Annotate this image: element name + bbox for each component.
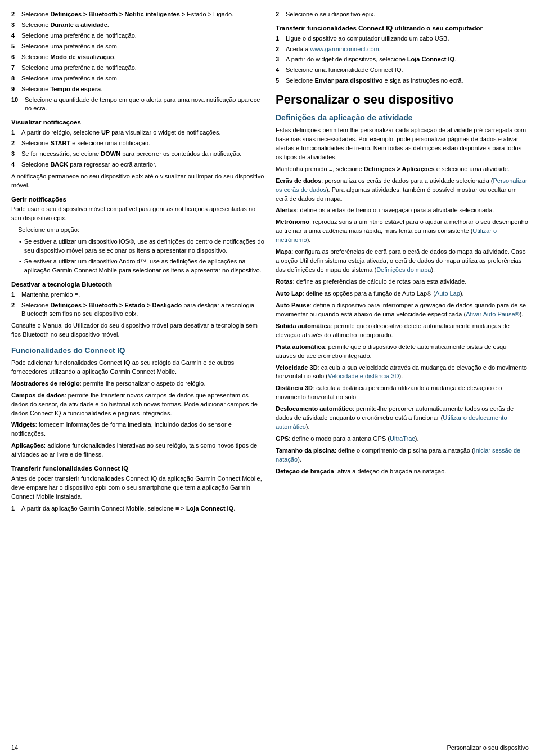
tc-item-5: 5 Selecione Enviar para dispositivo e si… xyxy=(276,77,529,86)
item-num: 3 xyxy=(11,21,20,30)
def-alertas: Alertas: define os alertas de treino ou … xyxy=(276,206,529,215)
gerir-para1: Pode usar o seu dispositivo móvel compat… xyxy=(11,205,264,223)
vis-item-1: 1 A partir do relógio, selecione UP para… xyxy=(11,128,264,137)
item-text: Selecione uma funcionalidade Connect IQ. xyxy=(286,66,403,75)
blue-heading: Definições da aplicação de atividade xyxy=(276,112,529,123)
item-text: Se for necessário, selecione DOWN para p… xyxy=(21,150,241,159)
item-text: Selecione Definições > Bluetooth > Notif… xyxy=(21,10,233,19)
item-num: 9 xyxy=(11,85,20,94)
item-num: 2 xyxy=(276,10,285,19)
def-piscina: Tamanho da piscina: define o comprimento… xyxy=(276,446,529,464)
desativar-list: 1 Mantenha premido ≡. 2 Selecione Defini… xyxy=(11,290,264,319)
item-num: 3 xyxy=(11,150,20,159)
desativar-heading: Desativar a tecnologia Bluetooth xyxy=(11,280,264,289)
vis-item-3: 3 Se for necessário, selecione DOWN para… xyxy=(11,150,264,159)
def-bracada: Deteção de braçada: ativa a deteção de b… xyxy=(276,467,529,476)
def-mostradores: Mostradores de relógio: permite-lhe pers… xyxy=(11,379,264,388)
def-ecras: Ecrãs de dados: personaliza os ecrãs de … xyxy=(276,177,529,204)
list-item-4: 4 Selecione uma preferência de notificaç… xyxy=(11,32,264,41)
item-num: 2 xyxy=(11,139,20,148)
transf-computer-heading: Transferir funcionalidades Connect IQ ut… xyxy=(276,24,529,33)
item-text: Selecione BACK para regressar ao ecrã an… xyxy=(21,160,156,169)
tc-item-4: 4 Selecione uma funcionalidade Connect I… xyxy=(276,66,529,75)
item-text: Selecione uma preferência de som. xyxy=(21,74,119,83)
item-num: 5 xyxy=(11,42,20,51)
def-gps: GPS: define o modo para a antena GPS (Ul… xyxy=(276,435,529,444)
list-item-8: 8 Selecione uma preferência de som. xyxy=(11,74,264,83)
transferir-list: 1 A partir da aplicação Garmin Connect M… xyxy=(11,504,264,513)
list-item-6: 6 Selecione Modo de visualização. xyxy=(11,53,264,62)
def-mapa: Mapa: configura as preferências de ecrã … xyxy=(276,248,529,275)
bullet-ios: Se estiver a utilizar um dispositivo iOS… xyxy=(19,238,264,256)
mantenha-para: Mantenha premido ≡, selecione Definições… xyxy=(276,165,529,174)
item-text: A partir da aplicação Garmin Connect Mob… xyxy=(21,504,235,513)
item-num: 5 xyxy=(276,77,285,86)
page-number-left: 14 xyxy=(11,744,18,753)
def-metronomo: Metrónomo: reproduz sons a um ritmo está… xyxy=(276,218,529,245)
item-num: 1 xyxy=(11,128,20,137)
item-num: 2 xyxy=(11,10,20,19)
vis-item-4: 4 Selecione BACK para regressar ao ecrã … xyxy=(11,160,264,169)
item-num: 2 xyxy=(11,301,20,319)
footer: 14 Personalizar o seu dispositivo xyxy=(0,740,540,756)
tc-item-2: 2 Aceda a www.garminconnect.com. xyxy=(276,45,529,54)
def-distancia3d: Distância 3D: calcula a distância percor… xyxy=(276,384,529,402)
transf-item-1: 1 A partir da aplicação Garmin Connect M… xyxy=(11,504,264,513)
bullet-android: Se estiver a utilizar um dispositivo And… xyxy=(19,257,264,275)
gerir-selecione: Selecione uma opção: xyxy=(11,226,264,235)
transf-computer-list: 1 Ligue o dispositivo ao computador util… xyxy=(276,34,529,86)
transferir-para1: Antes de poder transferir funcionalidade… xyxy=(11,475,264,502)
page: 2 Selecione Definições > Bluetooth > Not… xyxy=(0,0,540,756)
big-title: Personalizar o seu dispositivo xyxy=(276,92,529,107)
item-text: Selecione o seu dispositivo epix. xyxy=(286,10,375,19)
item-text: Mantenha premido ≡. xyxy=(21,290,80,299)
main-numbered-list: 2 Selecione Definições > Bluetooth > Not… xyxy=(11,10,264,113)
transferir-heading: Transferir funcionalidades Connect IQ xyxy=(11,464,264,473)
right-numbered-list-top: 2 Selecione o seu dispositivo epix. xyxy=(276,10,529,19)
def-autolap: Auto Lap: define as opções para a função… xyxy=(276,289,529,298)
item-num: 2 xyxy=(276,45,285,54)
list-item-10: 10 Selecione a quantidade de tempo em qu… xyxy=(11,96,264,114)
intro-para: Estas definições permitem-lhe personaliz… xyxy=(276,126,529,162)
item-num: 4 xyxy=(276,66,285,75)
vis-item-2: 2 Selecione START e selecione uma notifi… xyxy=(11,139,264,148)
visualizar-note: A notificação permanece no seu dispositi… xyxy=(11,172,264,190)
item-text: Selecione Modo de visualização. xyxy=(21,53,116,62)
item-num: 8 xyxy=(11,74,20,83)
item-num: 1 xyxy=(276,34,285,43)
item-text: Selecione a quantidade de tempo em que o… xyxy=(25,96,264,114)
def-autopause: Auto Pause: define o dispositivo para in… xyxy=(276,301,529,319)
item-num: 4 xyxy=(11,32,20,41)
item-num: 1 xyxy=(11,290,20,299)
desativar-note: Consulte o Manual do Utilizador do seu d… xyxy=(11,321,264,339)
item-num: 3 xyxy=(276,55,285,64)
content-area: 2 Selecione Definições > Bluetooth > Not… xyxy=(0,0,540,740)
item-text: Aceda a www.garminconnect.com. xyxy=(286,45,381,54)
connect-iq-para1: Pode adicionar funcionalidades Connect I… xyxy=(11,359,264,377)
item-text: Selecione uma preferência de som. xyxy=(21,42,119,51)
item-text: Selecione uma preferência de notificação… xyxy=(21,64,137,73)
desat-item-1: 1 Mantenha premido ≡. xyxy=(11,290,264,299)
gerir-heading: Gerir notificações xyxy=(11,195,264,204)
right-item-2-start: 2 Selecione o seu dispositivo epix. xyxy=(276,10,529,19)
def-aplicacoes: Aplicações: adicione funcionalidades int… xyxy=(11,441,264,459)
list-item-2: 2 Selecione Definições > Bluetooth > Not… xyxy=(11,10,264,19)
gerir-bullet-list: Se estiver a utilizar um dispositivo iOS… xyxy=(11,238,264,275)
item-text: Selecione Durante a atividade. xyxy=(21,21,109,30)
list-item-7: 7 Selecione uma preferência de notificaç… xyxy=(11,64,264,73)
def-pista: Pista automática: permite que o disposit… xyxy=(276,343,529,361)
list-item-3: 3 Selecione Durante a atividade. xyxy=(11,21,264,30)
connect-iq-heading: Funcionalidades do Connect IQ xyxy=(11,345,264,356)
def-deslocamento: Deslocamento automático: permite-lhe per… xyxy=(276,405,529,432)
item-num: 6 xyxy=(11,53,20,62)
item-num: 4 xyxy=(11,160,20,169)
page-footer-text: Personalizar o seu dispositivo xyxy=(447,744,529,753)
item-text: Selecione Tempo de espera. xyxy=(21,85,102,94)
item-num: 10 xyxy=(11,96,24,114)
item-text: Selecione Enviar para dispositivo e siga… xyxy=(286,77,464,86)
col-right: 2 Selecione o seu dispositivo epix. Tran… xyxy=(276,10,529,734)
item-num: 7 xyxy=(11,64,20,73)
item-num: 1 xyxy=(11,504,20,513)
tc-item-1: 1 Ligue o dispositivo ao computador util… xyxy=(276,34,529,43)
visualizar-heading: Visualizar notificações xyxy=(11,118,264,127)
